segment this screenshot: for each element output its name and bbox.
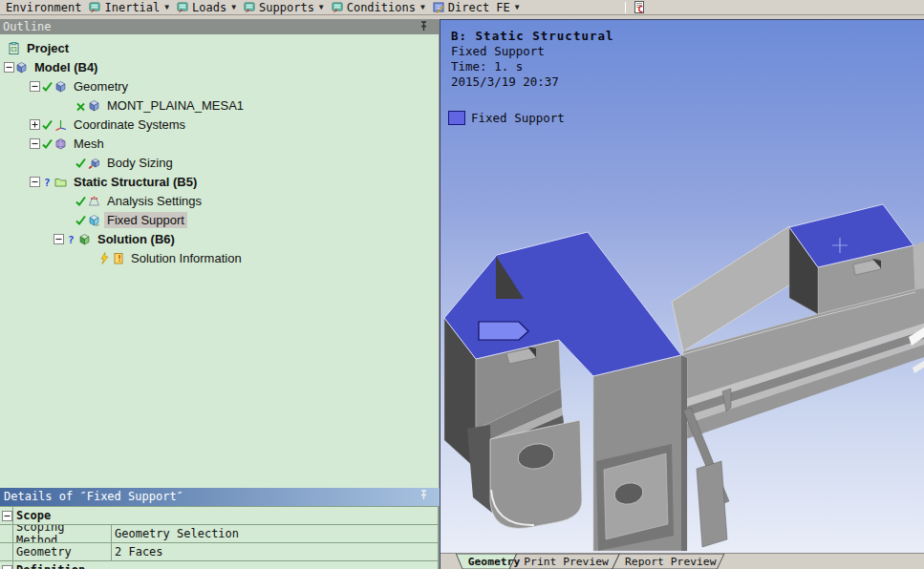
tree-item-project[interactable]: Project [0,38,439,57]
lightning-icon [98,252,111,264]
timestamp-label: 2015/3/19 20:37 [451,74,614,90]
tree-item-coordinate-systems[interactable]: Coordinate Systems [0,115,439,134]
details-row-scoping-method: Scoping MethodGeometry Selection [0,525,439,543]
details-panel-header: Details of ″Fixed Support″ [0,488,440,506]
solution-cube-icon [78,233,91,245]
details-section-header: Definition [13,561,439,569]
details-title: Details of ″Fixed Support″ [4,490,183,503]
geometry-cube-icon [54,80,67,93]
tab-print-preview-label[interactable]: Print Preview [524,555,609,568]
tree-item-label: Static Structural (B5) [71,174,200,190]
load-green-icon [332,1,344,13]
viewport-canvas[interactable]: B: Static Structural Fixed Support Time:… [441,20,924,553]
pin-icon[interactable] [418,489,430,501]
tree-item-body-sizing[interactable]: Body Sizing [0,153,439,172]
toolbar-item-supports[interactable]: Supports▼ [242,0,330,14]
minus-box-icon[interactable] [30,177,40,187]
toolbar-item-loads[interactable]: Loads▼ [175,0,242,14]
details-row-value[interactable]: 2 Faces [112,543,439,561]
svg-text:!: ! [118,254,122,263]
section-expander-cell[interactable] [0,561,13,569]
svg-text:?: ? [44,177,51,188]
graphics-viewport[interactable]: B: Static Structural Fixed Support Time:… [440,19,924,569]
commands-icon: C [634,1,646,13]
tab-report-preview-label[interactable]: Report Preview [625,555,717,568]
analysis-system-label: B: Static Structural [451,29,614,44]
details-section-header: Scope [13,507,439,525]
viewport-3d-model [441,20,924,553]
tree-item-solution-information[interactable]: !Solution Information [0,248,439,267]
row-gutter-cell [0,525,13,543]
tree-item-mesh[interactable]: Mesh [0,134,439,153]
mesh-cube-icon [54,137,67,150]
tree-item-label: Solution (B6) [95,231,178,247]
context-toolbar: EnvironmentInertial▼Loads▼Supports▼Condi… [0,0,924,15]
commands-button[interactable]: C [632,0,652,14]
details-section-definition: Definition [0,561,439,569]
part-cube-icon [88,99,100,112]
tree-item-model-b4[interactable]: Model (B4) [0,57,439,76]
toolbar-item-label: Environment [6,1,81,14]
dropdown-caret-icon: ▼ [319,3,324,11]
toolbar-separator [625,2,626,13]
tree-item-label: Model (B4) [32,59,100,75]
tree-item-label: Fixed Support [104,212,187,228]
section-expander-cell[interactable] [0,507,13,525]
tree-item-fixed-support[interactable]: Fixed Support [0,210,439,229]
svg-text:?: ? [68,234,75,245]
body-sizing-icon [88,157,100,169]
row-gutter-cell [0,543,13,561]
load-name-label: Fixed Support [451,44,614,59]
minus-box-icon[interactable] [30,138,40,149]
dropdown-caret-icon: ▼ [164,3,169,11]
time-label: Time: 1. s [451,59,614,74]
fixed-support-icon [88,214,100,226]
load-green-icon [89,1,101,13]
minus-box-icon[interactable] [2,511,12,521]
solution-info-icon: ! [112,252,124,264]
plus-box-icon[interactable] [30,119,40,130]
analysis-settings-icon [88,195,100,207]
tab-geometry-label[interactable]: Geometry [468,555,521,568]
minus-box-icon[interactable] [54,234,64,244]
minus-box-icon[interactable] [4,62,14,73]
toolbar-item-inertial[interactable]: Inertial▼ [87,0,175,14]
tree-item-static-structural-b5[interactable]: ?Static Structural (B5) [0,172,439,191]
question-icon: ? [41,176,54,188]
check-icon [75,157,87,169]
minus-box-icon[interactable] [30,81,40,92]
dropdown-caret-icon: ▼ [420,3,425,11]
dropdown-caret-icon: ▼ [515,3,520,11]
tree-item-label: MONT_PLAINA_MESA1 [104,97,247,114]
pin-icon[interactable] [418,20,430,32]
tree-item-label: Solution Information [128,250,245,266]
toolbar-item-label: Inertial [104,1,160,14]
outline-tree: ProjectModel (B4)GeometryMONT_PLAINA_MES… [0,34,440,488]
check-icon [41,80,54,93]
tree-item-label: Coordinate Systems [71,116,188,133]
svg-text:C: C [637,5,642,13]
fixed-support-faces [444,232,681,376]
load-green-icon [177,1,189,13]
minus-box-icon[interactable] [2,565,12,569]
tree-item-analysis-settings[interactable]: Analysis Settings [0,191,439,210]
toolbar-item-label: Conditions [347,1,416,14]
viewport-annotation: B: Static Structural Fixed Support Time:… [451,29,614,90]
toolbar-item-environment[interactable]: Environment [4,0,87,14]
check-icon [41,137,54,150]
dropdown-caret-icon: ▼ [231,3,236,11]
outline-title: Outline [3,20,52,33]
tree-item-geometry[interactable]: Geometry [0,76,439,95]
details-row-value[interactable]: Geometry Selection [112,525,439,543]
tree-item-solution-b6[interactable]: ?Solution (B6) [0,229,439,248]
tree-item-label: Analysis Settings [104,193,204,209]
toolbar-item-conditions[interactable]: Conditions▼ [330,0,431,14]
tree-item-label: Project [24,40,72,56]
viewport-legend: Fixed Support [448,111,565,125]
tree-item-mont-plaina-mesa1[interactable]: MONT_PLAINA_MESA1 [0,95,439,115]
environment-folder-icon [54,176,67,188]
details-table: ScopeScoping MethodGeometry SelectionGeo… [0,506,440,569]
model-cube-icon [15,61,28,74]
check-icon [75,214,87,226]
toolbar-item-direct-fe[interactable]: Direct FE▼ [431,0,526,14]
